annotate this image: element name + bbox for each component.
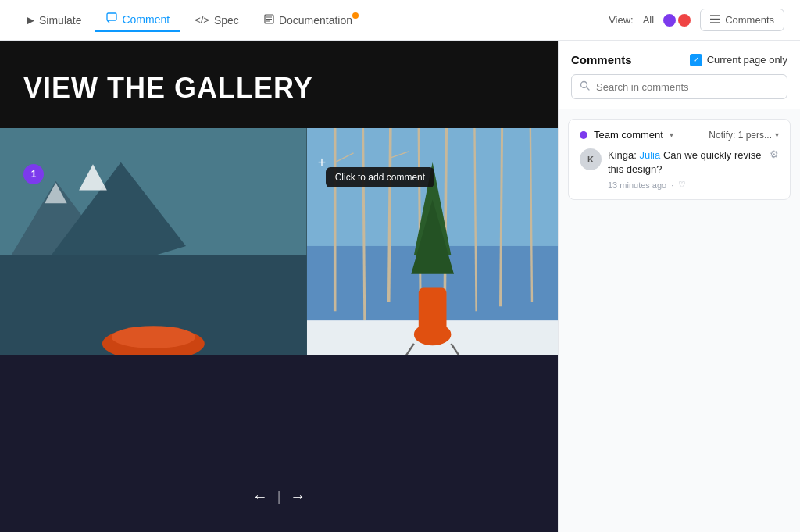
main-area: VIEW THE GALLERY [0,41,800,532]
next-arrow[interactable]: → [282,484,313,509]
comment-author: Kinga: [608,149,637,161]
comment-meta: 13 minutes ago · ♡ [608,180,763,190]
view-all-label: All [643,14,654,26]
canvas-area[interactable]: VIEW THE GALLERY [0,41,558,532]
comments-toggle-button[interactable]: Comments [700,9,784,31]
panel-title: Comments [571,53,632,66]
topbar: ▶ Simulate Comment </> Spec [0,0,800,41]
thread-right: Notify: 1 pers... ▾ [709,130,779,141]
comment-thread-header: Team comment ▾ Notify: 1 pers... ▾ [580,129,779,141]
search-box[interactable] [571,74,788,99]
doc-icon [264,14,274,27]
comment-text: Kinga: Julia Can we quickly revise this … [608,148,763,177]
comments-panel: Comments ✓ Current page only [558,41,800,532]
comment-row: K Kinga: Julia Can we quickly revise thi… [580,148,779,190]
view-label: View: [609,14,634,26]
svg-rect-0 [107,13,116,20]
cursor-cross-icon: + [318,155,327,171]
nav-divider: | [276,488,283,505]
simulate-icon: ▶ [27,14,34,26]
spec-icon: </> [195,14,209,26]
winter-image: + Click to add comment [307,128,558,355]
heart-icon[interactable]: ♡ [678,180,686,190]
gallery-title: VIEW THE GALLERY [23,72,534,105]
notify-chevron-icon[interactable]: ▾ [775,130,779,139]
avatar: K [580,148,602,170]
panel-title-row: Comments ✓ Current page only [571,53,788,66]
nav-tabs: ▶ Simulate Comment </> Spec [16,8,363,32]
svg-line-23 [388,128,390,302]
svg-rect-37 [418,287,446,334]
comment-icon [106,12,117,26]
comment-pin-1[interactable]: 1 [23,164,44,184]
comments-list: Team comment ▾ Notify: 1 pers... ▾ K [559,109,800,532]
panel-header: Comments ✓ Current page only [559,41,800,109]
comment-mention[interactable]: Julia [640,149,661,161]
view-dots[interactable] [663,14,691,27]
svg-line-25 [445,128,446,316]
thread-name: Team comment [594,129,663,141]
comments-btn-label: Comments [725,14,774,26]
search-icon [580,80,590,93]
comment-card: Team comment ▾ Notify: 1 pers... ▾ K [568,119,791,200]
tab-comment[interactable]: Comment [95,8,180,32]
current-page-checkbox[interactable]: ✓ [690,54,702,66]
tab-documentation[interactable]: Documentation [253,9,363,31]
thread-left: Team comment ▾ [580,129,673,141]
comment-body: Kinga: Julia Can we quickly revise this … [608,148,763,190]
images-row: + Click to add comment [0,128,558,355]
dot-purple [663,14,676,27]
dot-red [678,14,691,27]
kayak-image [0,128,307,355]
doc-badge [352,12,359,19]
gallery-header: VIEW THE GALLERY [0,41,558,128]
prev-arrow[interactable]: ← [245,484,276,509]
hamburger-icon [710,14,720,26]
current-page-label: Current page only [707,54,788,66]
svg-point-14 [112,326,195,348]
tab-spec[interactable]: </> Spec [184,9,250,31]
comment-meta-dot: · [671,180,673,190]
topbar-right: View: All Comments [609,9,784,31]
notify-text: Notify: 1 pers... [709,130,772,141]
comment-time: 13 minutes ago [608,180,666,190]
current-page-checkbox-row[interactable]: ✓ Current page only [690,54,788,66]
canvas-navigation: ← | → [245,484,314,509]
comment-gear-icon[interactable]: ⚙ [770,148,779,160]
search-comments-input[interactable] [596,81,779,93]
team-dot [580,131,588,139]
thread-chevron-icon[interactable]: ▾ [670,130,673,139]
tab-simulate[interactable]: ▶ Simulate [16,9,92,31]
svg-line-42 [587,87,590,91]
